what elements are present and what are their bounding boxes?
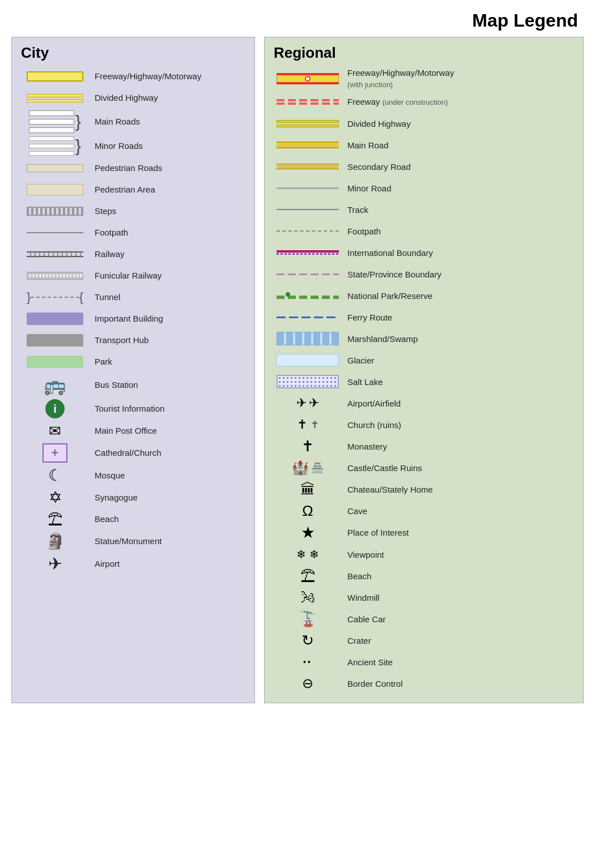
reg-castle-label: Castle/Castle Ruins	[342, 463, 422, 474]
tourist-info-icon: i	[45, 399, 65, 418]
reg-national-park-symbol	[274, 291, 342, 300]
tourist-info-symbol: i	[21, 399, 89, 418]
list-item: Salt Lake	[274, 373, 574, 391]
reg-ancient-symbol: ••	[274, 657, 342, 666]
tunnel-icon: } {	[27, 291, 83, 303]
bus-station-symbol: 🚌	[21, 374, 89, 396]
minor-roads-label: Minor Roads	[89, 140, 143, 152]
list-item: ⛱ Beach	[21, 510, 245, 528]
tunnel-bracket-right: {	[79, 291, 83, 303]
list-item: Ω Cave	[274, 502, 574, 520]
tunnel-label: Tunnel	[89, 292, 120, 303]
list-item: Marshland/Swamp	[274, 330, 574, 348]
synagogue-symbol: ✡	[21, 488, 89, 507]
reg-ancient-icon: ••	[303, 657, 312, 666]
reg-monastery-symbol: ✝	[274, 438, 342, 455]
list-item: Freeway (under construction)	[274, 93, 574, 111]
park-icon	[27, 356, 83, 368]
airport-city-label: Airport	[89, 558, 120, 570]
reg-crater-label: Crater	[342, 635, 371, 647]
reg-freeway-label: Freeway/Highway/Motorway (with junction)	[342, 67, 454, 89]
reg-ferry-icon	[277, 317, 339, 318]
bus-station-label: Bus Station	[89, 379, 138, 391]
list-item: ✈ Airport	[21, 554, 245, 574]
reg-freeway-symbol	[274, 73, 342, 84]
list-item: Divided Highway	[21, 89, 245, 107]
reg-monastery-label: Monastery	[342, 441, 387, 452]
reg-freeway-construction-icon	[277, 99, 339, 105]
tunnel-symbol: } {	[21, 291, 89, 303]
reg-glacier-label: Glacier	[342, 355, 375, 366]
list-item: Footpath	[21, 224, 245, 242]
funicular-symbol	[21, 272, 89, 280]
reg-minor-icon	[277, 187, 339, 189]
list-item: } Main Roads	[21, 110, 245, 133]
list-item: ☾ Mosque	[21, 466, 245, 485]
list-item: Freeway/Highway/Motorway (with junction)	[274, 67, 574, 89]
divided-hwy-icon	[27, 94, 83, 102]
list-item: 🏛 Chateau/Stately Home	[274, 480, 574, 498]
reg-castle-symbol: 🏰🏯	[274, 460, 342, 476]
beach-city-label: Beach	[89, 514, 119, 525]
list-item: Pedestrian Roads	[21, 159, 245, 177]
list-item: 🗿 Statue/Monument	[21, 532, 245, 550]
reg-main-icon	[277, 142, 339, 148]
list-item: •• Ancient Site	[274, 653, 574, 671]
reg-viewpoint-icon: ❄❄	[296, 548, 319, 561]
important-building-symbol	[21, 313, 89, 325]
reg-cablecar-icon: 🚡	[299, 610, 317, 628]
list-item: Minor Road	[274, 179, 574, 197]
mosque-symbol: ☾	[21, 466, 89, 485]
list-item: Freeway/Highway/Motorway	[21, 67, 245, 85]
cathedral-symbol: +	[21, 443, 89, 463]
list-item: 🚡 Cable Car	[274, 610, 574, 628]
list-item: Railway	[21, 245, 245, 263]
reg-beach-icon: ⛱	[300, 567, 315, 585]
reg-poi-symbol: ★	[274, 523, 342, 542]
reg-windmill-icon: 🌬	[300, 589, 315, 606]
park-label: Park	[89, 356, 112, 367]
reg-church-label: Church (ruins)	[342, 420, 401, 431]
reg-minor-symbol	[274, 187, 342, 189]
reg-border-icon: ⊖	[302, 675, 313, 691]
reg-airport-label: Airport/Airfield	[342, 398, 401, 409]
synagogue-icon: ✡	[38, 488, 72, 507]
tunnel-bracket-left: }	[27, 291, 31, 303]
reg-intl-boundary-label: International Boundary	[342, 247, 433, 259]
list-item: Transport Hub	[21, 331, 245, 349]
list-item: State/Province Boundary	[274, 265, 574, 283]
list-item: i Tourist Information	[21, 399, 245, 418]
list-item: } Minor Roads	[21, 136, 245, 156]
list-item: Main Road	[274, 136, 574, 154]
list-item: International Boundary	[274, 243, 574, 262]
mosque-label: Mosque	[89, 470, 125, 481]
list-item: + Cathedral/Church	[21, 443, 245, 463]
beach-city-icon: ⛱	[38, 511, 72, 528]
airport-city-icon: ✈	[38, 554, 72, 574]
main-roads-symbol: }	[21, 110, 89, 133]
airport-city-symbol: ✈	[21, 554, 89, 574]
reg-crater-icon: ↺	[301, 632, 314, 649]
reg-border-symbol: ⊖	[274, 675, 342, 691]
reg-cave-icon: Ω	[302, 502, 313, 520]
reg-track-label: Track	[342, 204, 368, 216]
reg-salt-lake-icon	[277, 375, 339, 388]
transport-hub-label: Transport Hub	[89, 335, 148, 346]
post-office-symbol: ✉	[21, 422, 89, 440]
pedestrian-area-symbol	[21, 184, 89, 195]
reg-national-park-label: National Park/Reserve	[342, 290, 432, 302]
main-roads-icon: }	[29, 110, 81, 133]
minor-roads-symbol: }	[21, 136, 89, 156]
reg-divided-label: Divided Highway	[342, 118, 411, 130]
reg-beach-symbol: ⛱	[274, 567, 342, 585]
list-item: ✡ Synagogue	[21, 488, 245, 507]
reg-cave-symbol: Ω	[274, 502, 342, 520]
pedestrian-roads-label: Pedestrian Roads	[89, 163, 162, 174]
list-item: ⊖ Border Control	[274, 674, 574, 692]
list-item: Footpath	[274, 222, 574, 240]
list-item: Steps	[21, 202, 245, 220]
reg-airport-symbol: ✈✈	[274, 396, 342, 411]
pedestrian-roads-symbol	[21, 164, 89, 172]
list-item: Divided Highway	[274, 114, 574, 132]
reg-freeway-construction-symbol	[274, 99, 342, 105]
